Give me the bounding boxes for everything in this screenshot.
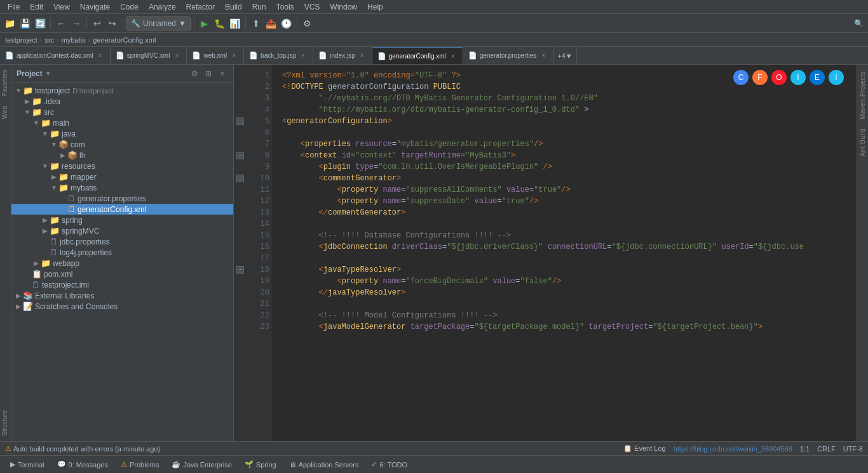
toolbar-synchronize[interactable]: 🔄 [33, 17, 47, 30]
search-everywhere-button[interactable]: 🔍 [851, 17, 865, 30]
toolbar-vcs-update[interactable]: ⬆ [249, 17, 263, 30]
tree-arrow-testproject[interactable]: ▼ [14, 87, 23, 94]
bottom-tab-spring[interactable]: 🌱 Spring [240, 459, 281, 470]
menu-analyze[interactable]: Analyze [144, 1, 181, 13]
breadcrumb-mybatis[interactable]: mybatis [62, 36, 86, 44]
firefox-icon[interactable]: F [752, 70, 768, 85]
tab-close-index-jsp[interactable]: × [358, 51, 367, 60]
tree-item-src[interactable]: ▼ 📁 src [11, 107, 233, 117]
maven-projects-panel[interactable]: Maven Projects [858, 67, 867, 123]
tree-item-webapp[interactable]: ▶ 📁 webapp [11, 258, 233, 269]
tree-item-pom[interactable]: ▶ 📋 pom.xml [11, 269, 233, 279]
tree-item-resources[interactable]: ▼ 📁 resources [11, 161, 233, 171]
toolbar-run-config[interactable]: 🔧 Unnamed ▼ [126, 17, 191, 30]
tab-close-generator-config[interactable]: × [449, 51, 458, 60]
project-panel-arrow[interactable]: ▼ [45, 70, 51, 77]
tree-item-log4j-props[interactable]: ▶ 🗒 log4j.properties [11, 247, 233, 258]
run-button[interactable]: ▶ [198, 17, 212, 30]
tree-arrow-spring[interactable]: ▶ [41, 217, 50, 223]
tree-item-mybatis[interactable]: ▼ 📁 mybatis [11, 182, 233, 193]
tabs-overflow[interactable]: +4 ▼ [553, 47, 576, 65]
fold-10[interactable]: - [236, 175, 244, 182]
bottom-tab-todo[interactable]: ✓ 6: TODO [366, 459, 412, 470]
tree-arrow-webapp[interactable]: ▶ [32, 260, 41, 267]
tab-index-jsp[interactable]: 📄 index.jsp × [313, 47, 372, 65]
tab-close-web-xml[interactable]: × [229, 51, 238, 60]
tree-arrow-src[interactable]: ▼ [23, 109, 32, 116]
tree-arrow-mapper[interactable]: ▶ [50, 173, 58, 180]
tree-arrow-resources[interactable]: ▼ [41, 163, 50, 170]
tree-arrow-springMVC[interactable]: ▶ [41, 227, 50, 234]
tree-arrow-main[interactable]: ▼ [32, 119, 41, 126]
ie-icon[interactable]: I [790, 70, 806, 85]
tab-generator-config[interactable]: 📄 generatorConfig.xml × [372, 47, 463, 65]
code-content[interactable]: <?xml version="1.0" encoding="UTF-8" ?> … [272, 65, 857, 441]
ie-alt-icon[interactable]: I [829, 70, 844, 85]
bottom-tab-terminal[interactable]: ▶ Terminal [5, 459, 50, 470]
tree-item-generator-config[interactable]: ▶ 🗒 generatorConfig.xml [11, 204, 233, 215]
tree-item-mapper[interactable]: ▶ 📁 mapper [11, 171, 233, 182]
toolbar-open-file[interactable]: 📁 [3, 17, 17, 30]
toolbar-vcs-history[interactable]: 🕐 [280, 17, 294, 30]
left-tab-favorites[interactable]: Favorites [0, 65, 11, 101]
chrome-icon[interactable]: C [733, 70, 749, 85]
tab-generator-properties[interactable]: 📄 generator.properties × [463, 47, 554, 65]
debug-button[interactable]: 🐛 [213, 17, 227, 30]
sidebar-layout[interactable]: ⊞ [203, 68, 214, 79]
menu-code[interactable]: Code [115, 1, 144, 13]
tree-item-springMVC[interactable]: ▶ 📁 springMVC [11, 225, 233, 236]
tab-back-top-jsp[interactable]: 📄 back_top.jsp × [244, 47, 313, 65]
menu-tools[interactable]: Tools [271, 1, 299, 13]
edge-icon[interactable]: E [810, 70, 825, 85]
tree-arrow-lh[interactable]: ▶ [58, 152, 67, 159]
tree-item-testproject-root[interactable]: ▼ 📁 testproject D:\testproject [11, 85, 233, 96]
toolbar-undo[interactable]: ↩ [90, 17, 104, 30]
tab-close-back-top[interactable]: × [299, 51, 308, 60]
toolbar-save-all[interactable]: 💾 [18, 17, 32, 30]
menu-edit[interactable]: Edit [25, 1, 48, 13]
tree-item-java[interactable]: ▼ 📁 java [11, 128, 233, 139]
csdn-link[interactable]: https://blog.csdn.net/weixin_36904568 [674, 445, 792, 453]
fold-18[interactable]: - [236, 266, 244, 274]
tree-arrow-ext-libs[interactable]: ▶ [14, 292, 23, 299]
bottom-tab-messages[interactable]: 💬 0: Messages [52, 459, 113, 470]
tree-item-iml[interactable]: ▶ 🗒 testproject.iml [11, 279, 233, 290]
tree-arrow-com[interactable]: ▼ [50, 141, 58, 148]
menu-refactor[interactable]: Refactor [181, 1, 220, 13]
tab-close-springmvc[interactable]: × [172, 51, 181, 60]
tree-item-generator-properties[interactable]: ▶ 🗒 generator.properties [11, 193, 233, 204]
toolbar-redo[interactable]: ↪ [105, 17, 119, 30]
sidebar-gear[interactable]: ⚙ [189, 68, 200, 79]
event-log-link[interactable]: 📋 Event Log [623, 444, 666, 453]
menu-help[interactable]: Help [362, 1, 388, 13]
tree-item-com[interactable]: ▼ 📦 com [11, 139, 233, 150]
bottom-tab-problems[interactable]: ⚠ Problems [116, 459, 164, 470]
menu-build[interactable]: Build [220, 1, 247, 13]
tree-item-external-libs[interactable]: ▶ 📚 External Libraries [11, 290, 233, 301]
tab-web-xml[interactable]: 📄 web.xml × [187, 47, 244, 65]
menu-window[interactable]: Window [325, 1, 362, 13]
menu-run[interactable]: Run [247, 1, 271, 13]
left-tab-structure[interactable]: Structure [0, 405, 10, 441]
tab-close-app-context[interactable]: × [96, 51, 105, 60]
left-tab-web[interactable]: Web [0, 101, 11, 124]
tree-arrow-java[interactable]: ▼ [41, 130, 50, 137]
tab-close-gen-props[interactable]: × [539, 51, 548, 60]
encoding-indicator[interactable]: UTF-8 [843, 445, 863, 453]
code-editor[interactable]: - - - - 123 [234, 65, 857, 441]
tree-item-idea[interactable]: ▶ 📁 .idea [11, 96, 233, 107]
sidebar-close[interactable]: × [217, 68, 228, 79]
toolbar-forward[interactable]: → [69, 17, 83, 30]
menu-navigate[interactable]: Navigate [75, 1, 115, 13]
breadcrumb-project[interactable]: testproject [5, 36, 37, 44]
tree-item-lh[interactable]: ▶ 📦 lh [11, 150, 233, 161]
toolbar-back[interactable]: ← [54, 17, 68, 30]
tab-springmvc-xml[interactable]: 📄 springMVC.xml × [111, 47, 187, 65]
tree-arrow-scratches[interactable]: ▶ [14, 303, 23, 310]
toolbar-vcs-push[interactable]: 📤 [264, 17, 278, 30]
tree-item-main[interactable]: ▼ 📁 main [11, 117, 233, 128]
breadcrumb-file[interactable]: generatorConfig.xml [93, 36, 156, 44]
line-ending-indicator[interactable]: CRLF [817, 445, 836, 453]
tree-item-jdbc-props[interactable]: ▶ 🗒 jdbc.properties [11, 236, 233, 247]
run-coverage[interactable]: 📊 [228, 17, 242, 30]
